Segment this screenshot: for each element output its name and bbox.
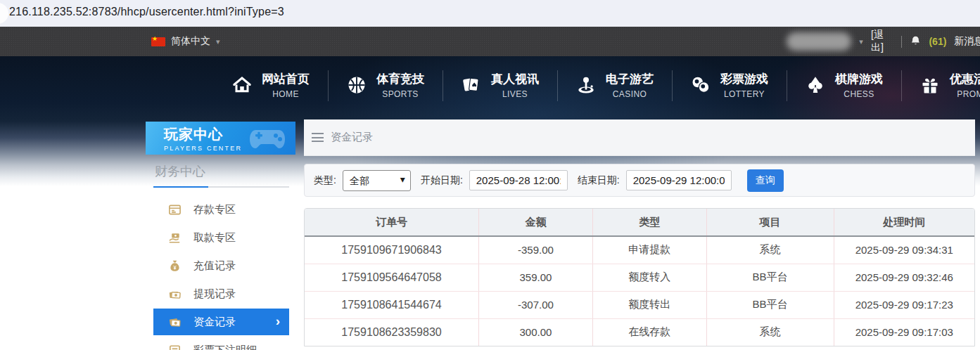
- nav-item-label-zh: 电子游艺: [606, 71, 654, 87]
- nav-item-label-zh: 棋牌游戏: [835, 71, 883, 87]
- players-center-header[interactable]: 玩家中心 PLAYERS CENTER: [146, 122, 295, 155]
- username-redacted[interactable]: [787, 32, 851, 51]
- message-count-badge[interactable]: (61): [929, 36, 946, 47]
- language-selector[interactable]: 简体中文 ▾: [151, 27, 220, 56]
- nav-item-label-en: SPORTS: [376, 89, 424, 99]
- bell-icon[interactable]: [910, 35, 922, 48]
- gamepad-icon: [249, 126, 286, 151]
- logout-link[interactable]: [退出]: [871, 29, 893, 54]
- nav-item-label-zh: 彩票游戏: [720, 71, 768, 87]
- cell-project: 系统: [706, 318, 834, 346]
- search-button[interactable]: 查询: [747, 169, 784, 192]
- nav-item[interactable]: 彩票游戏 LOTTERY: [672, 62, 787, 108]
- cell-order-number: 1759108641544674: [305, 291, 479, 318]
- start-date-input[interactable]: [469, 170, 568, 190]
- sidebar-menu-item[interactable]: 彩票下注明细: [153, 336, 289, 350]
- breadcrumb: 资金记录: [304, 119, 975, 156]
- table-header-row: 订单号金额类型项目处理时间: [305, 209, 974, 236]
- sidebar-section-title: 财务中心: [153, 156, 289, 186]
- nav-item[interactable]: 优惠活动 PROMO: [901, 62, 980, 108]
- new-messages-link[interactable]: 新消息: [954, 35, 980, 48]
- funds-record-table: 订单号金额类型项目处理时间 1759109671906843 -359.00 申…: [304, 208, 975, 346]
- table-header-cell: 类型: [592, 209, 706, 236]
- nav-item[interactable]: 棋牌游戏 CHESS: [787, 62, 901, 108]
- cell-processed-time: 2025-09-29 09:32:46: [834, 264, 974, 291]
- cell-type: 额度转出: [592, 291, 706, 318]
- cell-amount: 359.00: [479, 264, 593, 291]
- cell-type: 在线存款: [592, 318, 706, 346]
- withdrawal-record-icon: [168, 287, 182, 301]
- cell-order-number: 1759109671906843: [305, 236, 479, 264]
- main-content: 资金记录 类型: 全部 开始日期: 结束日期: 查询: [304, 119, 975, 346]
- table-row[interactable]: 1759108641544674 -307.00 额度转出 BB平台 2025-…: [305, 291, 974, 318]
- joystick-icon: [575, 74, 597, 96]
- sidebar: 财务中心 存款专区 取款专区 充值记录 提现记录 资金记录: [153, 156, 289, 350]
- nav-item-label-en: PROMO: [950, 89, 980, 99]
- sidebar-menu-item[interactable]: 取款专区: [153, 223, 289, 252]
- nav-item[interactable]: 体育竞技 SPORTS: [328, 62, 443, 108]
- cell-processed-time: 2025-09-29 09:34:31: [834, 236, 974, 264]
- nav-item[interactable]: 电子游艺 CASINO: [557, 62, 672, 108]
- main-nav: 网站首页 HOME 体育竞技 SPORTS 真人视讯 LIVES: [213, 62, 980, 108]
- funds-record-icon: [168, 316, 182, 329]
- address-bar-pill: [0, 3, 8, 24]
- start-date-label: 开始日期:: [421, 174, 463, 187]
- nav-item-label-zh: 网站首页: [262, 71, 310, 87]
- cell-amount: 300.00: [479, 318, 593, 346]
- end-date-input[interactable]: [626, 170, 732, 190]
- cell-type: 申请提款: [592, 236, 706, 264]
- nav-item-label-zh: 体育竞技: [376, 71, 424, 87]
- cell-processed-time: 2025-09-29 09:17:23: [834, 291, 974, 318]
- chevron-down-icon[interactable]: ▾: [859, 37, 863, 46]
- nav-item-label-en: CHESS: [835, 89, 883, 99]
- cell-project: 系统: [706, 236, 834, 264]
- nav-item-label-en: CASINO: [606, 89, 654, 99]
- sidebar-menu-item[interactable]: 存款专区: [153, 195, 289, 223]
- sidebar-menu-item[interactable]: 提现记录: [153, 280, 289, 308]
- chevron-down-icon: ▾: [216, 37, 220, 46]
- cards-icon: [461, 74, 482, 96]
- bet-details-icon: [168, 344, 182, 350]
- table-header-cell: 项目: [706, 209, 834, 236]
- sidebar-item-label: 彩票下注明细: [193, 344, 257, 350]
- nav-item-label-zh: 真人视讯: [491, 71, 539, 87]
- sidebar-item-label: 取款专区: [193, 231, 236, 245]
- type-select[interactable]: 全部: [343, 170, 411, 191]
- page-url[interactable]: 216.118.235.52:8783/hhcp/usercenter.html…: [9, 6, 284, 18]
- page: 216.118.235.52:8783/hhcp/usercenter.html…: [0, 0, 980, 350]
- browser-url-bar: 216.118.235.52:8783/hhcp/usercenter.html…: [0, 0, 980, 27]
- sidebar-menu-item[interactable]: 充值记录: [153, 252, 289, 280]
- cell-amount: -307.00: [479, 291, 593, 318]
- table-row[interactable]: 1759109564647058 359.00 额度转入 BB平台 2025-0…: [305, 264, 974, 291]
- end-date-label: 结束日期:: [578, 174, 620, 187]
- breadcrumb-title: 资金记录: [331, 131, 373, 144]
- cell-project: BB平台: [706, 264, 834, 291]
- language-label: 简体中文: [171, 35, 210, 48]
- gift-icon: [919, 74, 941, 96]
- table-header-cell: 金额: [479, 209, 593, 236]
- sidebar-item-label: 存款专区: [193, 203, 236, 216]
- lottery-balls-icon: [690, 74, 711, 96]
- nav-item-label-en: LOTTERY: [720, 89, 768, 99]
- table-row[interactable]: 1759109671906843 -359.00 申请提款 系统 2025-09…: [305, 236, 974, 264]
- cell-order-number: 1759108623359830: [305, 318, 479, 346]
- type-label: 类型:: [314, 174, 336, 187]
- deposit-icon: [168, 203, 182, 216]
- table-header-cell: 处理时间: [834, 209, 974, 236]
- nav-item-label-en: LIVES: [491, 89, 539, 99]
- cell-amount: -359.00: [479, 236, 593, 264]
- hamburger-icon[interactable]: [312, 133, 324, 142]
- account-bar: 简体中文 ▾ ▾ [退出] (61) 新消息: [0, 27, 980, 56]
- sidebar-item-label: 资金记录: [193, 316, 236, 329]
- sidebar-menu: 存款专区 取款专区 充值记录 提现记录 资金记录 彩票下注明细: [153, 195, 289, 350]
- cell-order-number: 1759109564647058: [305, 264, 479, 291]
- table-header-cell: 订单号: [305, 209, 479, 236]
- nav-item[interactable]: 网站首页 HOME: [213, 62, 328, 108]
- recharge-record-icon: [168, 259, 182, 273]
- nav-item[interactable]: 真人视讯 LIVES: [443, 62, 557, 108]
- type-select-wrap: 全部: [343, 170, 411, 191]
- nav-item-label-zh: 优惠活动: [950, 71, 980, 87]
- cell-processed-time: 2025-09-29 09:17:03: [834, 318, 974, 346]
- sidebar-menu-item[interactable]: 资金记录: [153, 309, 289, 335]
- table-row[interactable]: 1759108623359830 300.00 在线存款 系统 2025-09-…: [305, 318, 974, 346]
